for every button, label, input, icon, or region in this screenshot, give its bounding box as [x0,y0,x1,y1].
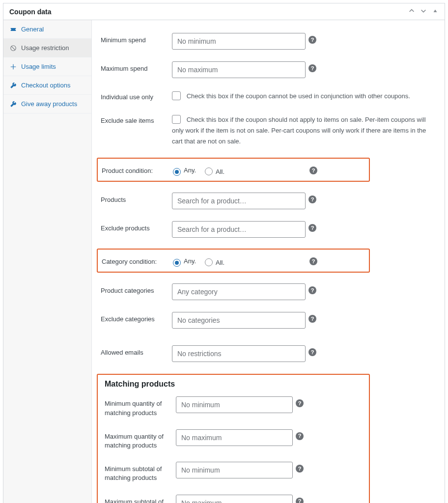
block-icon [9,45,17,52]
category-condition-all[interactable]: All. [205,258,224,266]
exclude-sale-checkbox[interactable] [172,115,181,124]
product-condition-all[interactable]: All. [205,168,224,175]
panel-body: General Usage restriction Usage limits C… [3,20,445,503]
label-exclude-products: Exclude products [101,221,172,233]
row-individual-use: Individual use only Check this box if th… [101,84,436,108]
products-input[interactable] [172,193,306,209]
help-icon[interactable]: ? [308,64,316,72]
sidebar-item-label: General [21,26,44,33]
category-condition-any[interactable]: Any. [173,257,196,267]
row-exclude-products: Exclude products ? [101,215,436,244]
help-icon[interactable]: ? [309,257,317,265]
panel-controls [408,7,439,16]
allowed-emails-input[interactable] [172,345,306,362]
help-icon[interactable]: ? [308,224,316,232]
row-min-qty: Minimum quantity of matching products ? [105,391,362,423]
min-subtotal-input[interactable] [176,462,293,478]
exclude-sale-desc: Check this box if the coupon should not … [172,116,426,145]
help-icon[interactable]: ? [309,167,317,174]
max-qty-input[interactable] [176,429,293,446]
help-icon[interactable]: ? [296,498,304,503]
row-max-qty: Maximum quantity of matching products ? [105,423,362,456]
coupon-data-panel: Coupon data General Usage restriction Us… [3,3,445,503]
panel-title: Coupon data [9,8,52,16]
label-min-spend: Minimum spend [101,33,172,45]
sidebar-item-general[interactable]: General [3,20,91,39]
row-product-categories: Product categories ? [101,278,436,306]
sidebar-item-checkout-options[interactable]: Checkout options [3,76,91,95]
sidebar-item-label: Usage restriction [21,44,69,52]
max-spend-input[interactable] [172,61,306,78]
individual-use-checkbox[interactable] [172,91,181,100]
radio-label-all: All. [216,259,224,266]
label-individual-use: Individual use only [101,90,172,102]
sidebar-item-label: Give away products [21,100,77,108]
sidebar: General Usage restriction Usage limits C… [3,20,92,503]
label-allowed-emails: Allowed emails [101,345,172,357]
max-subtotal-input[interactable] [176,495,293,503]
product-condition-box: Product condition: Any. All. ? [97,158,370,182]
sidebar-item-label: Checkout options [21,82,70,89]
sidebar-item-usage-limits[interactable]: Usage limits [3,57,91,76]
help-icon[interactable]: ? [308,286,316,294]
label-max-qty: Maximum quantity of matching products [105,429,176,450]
row-products: Products ? [101,187,436,215]
exclude-products-input[interactable] [172,221,306,238]
row-exclude-sale: Exclude sale items Check this box if the… [101,108,436,153]
label-exclude-sale: Exclude sale items [101,113,172,125]
radio-label-any: Any. [184,167,196,174]
help-icon[interactable]: ? [296,465,304,473]
sidebar-item-label: Usage limits [21,63,56,70]
row-max-subtotal: Maximum subtotal of matching products ? [105,489,362,503]
min-qty-input[interactable] [176,396,293,413]
move-up-icon[interactable] [408,7,415,16]
label-category-condition: Category condition: [102,254,173,266]
wrench-icon [9,101,17,108]
label-product-categories: Product categories [101,283,172,295]
label-product-condition: Product condition: [102,164,173,175]
min-spend-input[interactable] [172,33,306,50]
matching-products-section: Matching products Minimum quantity of ma… [97,374,370,503]
label-min-qty: Minimum quantity of matching products [105,396,176,417]
radio-label-all: All. [216,168,224,175]
label-max-spend: Maximum spend [101,61,172,73]
wrench-icon [9,82,17,89]
limits-icon [9,63,17,70]
help-icon[interactable]: ? [296,399,304,407]
product-categories-input[interactable] [172,283,306,300]
category-condition-box: Category condition: Any. All. ? [97,249,370,273]
label-max-subtotal: Maximum subtotal of matching products [105,495,176,503]
content: Minimum spend ? Maximum spend ? Individu… [92,20,445,503]
sidebar-item-giveaway[interactable]: Give away products [3,95,91,113]
label-products: Products [101,193,172,204]
help-icon[interactable]: ? [308,36,316,44]
row-allowed-emails: Allowed emails ? [101,339,436,368]
ticket-icon [9,26,17,33]
label-min-subtotal: Minimum subtotal of matching products [105,462,176,482]
toggle-icon[interactable] [432,7,439,16]
row-product-condition: Product condition: Any. All. ? [102,160,365,180]
row-min-spend: Minimum spend ? [101,27,436,56]
row-max-spend: Maximum spend ? [101,56,436,84]
row-exclude-categories: Exclude categories ? [101,306,436,335]
panel-header: Coupon data [3,3,445,20]
label-exclude-categories: Exclude categories [101,312,172,324]
help-icon[interactable]: ? [308,196,316,203]
help-icon[interactable]: ? [308,315,316,323]
individual-use-desc: Check this box if the coupon cannot be u… [187,92,410,100]
row-min-subtotal: Minimum subtotal of matching products ? [105,456,362,488]
exclude-categories-input[interactable] [172,312,306,329]
matching-products-title: Matching products [105,380,362,389]
radio-label-any: Any. [184,257,196,265]
move-down-icon[interactable] [420,7,427,16]
product-condition-any[interactable]: Any. [173,167,196,176]
sidebar-item-usage-restriction[interactable]: Usage restriction [3,39,91,57]
help-icon[interactable]: ? [308,348,316,356]
row-category-condition: Category condition: Any. All. ? [102,251,365,271]
help-icon[interactable]: ? [296,432,304,440]
